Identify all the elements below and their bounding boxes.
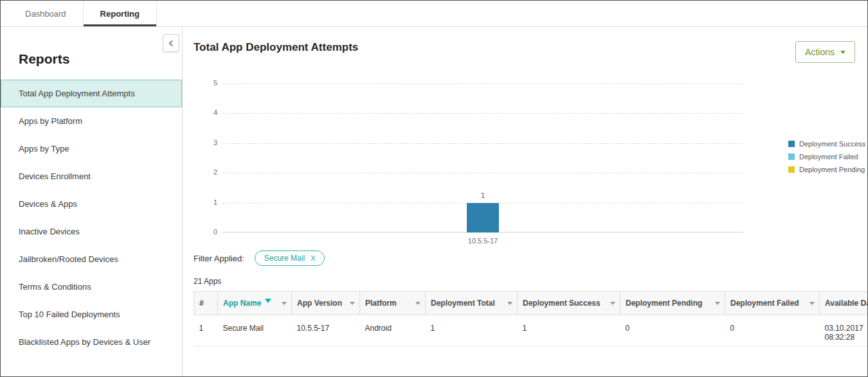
filter-applied-row: Filter Applied: Secure Mail X bbox=[194, 250, 867, 266]
bar-deployment-success bbox=[467, 203, 499, 232]
sidebar-collapse-button[interactable] bbox=[163, 34, 179, 52]
legend-label: Deployment Failed bbox=[799, 153, 858, 161]
sidebar-item-apps-by-type[interactable]: Apps by Type bbox=[1, 135, 182, 162]
chart-legend: Deployment Success Deployment Failed Dep… bbox=[788, 140, 865, 232]
apps-count-label: 21 Apps bbox=[194, 277, 867, 286]
chevron-down-icon[interactable] bbox=[415, 302, 420, 305]
cell-available-date: 03.10.2017 08:32:28 bbox=[820, 315, 868, 346]
bar-value-label: 1 bbox=[481, 191, 485, 199]
column-header-label: Deployment Total bbox=[431, 299, 495, 308]
cell-deployment-success: 1 bbox=[518, 315, 620, 346]
tab-dashboard[interactable]: Dashboard bbox=[8, 1, 83, 26]
legend-label: Deployment Success bbox=[799, 140, 865, 148]
table-row[interactable]: 1 Secure Mail 10.5.5-17 Android 1 1 0 0 … bbox=[194, 315, 868, 346]
legend-item-deployment-failed: Deployment Failed bbox=[788, 153, 865, 161]
column-header-deployment-failed[interactable]: Deployment Failed bbox=[725, 292, 820, 315]
y-tick-label: 5 bbox=[204, 79, 217, 87]
gridline bbox=[222, 143, 743, 144]
y-tick-label: 0 bbox=[204, 228, 217, 236]
column-header-platform[interactable]: Platform bbox=[360, 292, 426, 315]
sidebar-title: Reports bbox=[19, 51, 182, 67]
column-header-label: Available Date bbox=[825, 299, 867, 308]
chevron-down-icon[interactable] bbox=[610, 302, 615, 305]
column-header-label: Deployment Failed bbox=[730, 299, 799, 308]
cell-deployment-pending: 0 bbox=[620, 315, 725, 346]
legend-swatch-success bbox=[788, 141, 795, 147]
sidebar-item-terms-and-conditions[interactable]: Terms & Conditions bbox=[1, 273, 182, 301]
chevron-down-icon[interactable] bbox=[282, 302, 287, 305]
column-header-label: Deployment Pending bbox=[626, 299, 702, 308]
column-header-deployment-pending[interactable]: Deployment Pending bbox=[620, 292, 725, 315]
chevron-left-icon bbox=[169, 40, 176, 46]
x-category-label: 10.5.5-17 bbox=[468, 237, 498, 245]
chevron-down-icon[interactable] bbox=[350, 302, 355, 305]
column-header-label: # bbox=[199, 299, 204, 308]
top-tab-bar: Dashboard Reporting bbox=[1, 1, 867, 27]
chevron-down-icon bbox=[840, 51, 845, 54]
legend-swatch-failed bbox=[788, 153, 795, 160]
column-header-deployment-total[interactable]: Deployment Total bbox=[426, 292, 518, 315]
sidebar-item-devices-and-apps[interactable]: Devices & Apps bbox=[1, 190, 182, 218]
actions-button[interactable]: Actions bbox=[795, 41, 855, 63]
cell-app-name: Secure Mail bbox=[218, 315, 292, 346]
sidebar-item-jailbroken-rooted-devices[interactable]: Jailbroken/Rooted Devices bbox=[1, 245, 182, 273]
chart-plot-area: 5 4 3 2 1 0 1 10.5.5-17 bbox=[222, 83, 743, 232]
chevron-down-icon[interactable] bbox=[507, 302, 512, 305]
sidebar-item-inactive-devices[interactable]: Inactive Devices bbox=[1, 218, 182, 245]
table-header-row: # App Name App Version Platform bbox=[194, 292, 868, 315]
cell-app-version: 10.5.5-17 bbox=[292, 315, 360, 346]
legend-item-deployment-success: Deployment Success bbox=[788, 140, 865, 148]
tab-reporting[interactable]: Reporting bbox=[83, 1, 157, 26]
filter-chip-secure-mail[interactable]: Secure Mail X bbox=[255, 250, 325, 266]
cell-deployment-failed: 0 bbox=[725, 315, 820, 346]
legend-item-deployment-pending: Deployment Pending bbox=[788, 166, 865, 173]
deployment-bar-chart: 5 4 3 2 1 0 1 10.5.5-17 Deployment Succe… bbox=[194, 83, 867, 232]
sidebar-item-top-10-failed-deployments[interactable]: Top 10 Failed Deployments bbox=[1, 301, 182, 328]
sort-filter-icon bbox=[265, 299, 271, 303]
y-tick-label: 3 bbox=[204, 139, 217, 146]
legend-swatch-pending bbox=[788, 166, 795, 173]
sidebar-item-total-app-deployment-attempts[interactable]: Total App Deployment Attempts bbox=[1, 80, 182, 107]
cell-deployment-total: 1 bbox=[426, 315, 518, 346]
column-header-label: Platform bbox=[365, 299, 397, 308]
sidebar-item-blacklisted-apps[interactable]: Blacklisted Apps by Devices & User bbox=[1, 328, 182, 356]
filter-applied-label: Filter Applied: bbox=[194, 254, 244, 263]
sidebar-item-apps-by-platform[interactable]: Apps by Platform bbox=[1, 107, 182, 135]
legend-label: Deployment Pending bbox=[799, 166, 865, 173]
sidebar-item-devices-enrollment[interactable]: Devices Enrollment bbox=[1, 162, 182, 190]
filter-chip-remove-icon[interactable]: X bbox=[311, 254, 315, 262]
app-window: Dashboard Reporting Reports Total App De… bbox=[0, 0, 868, 377]
column-header-label: App Version bbox=[297, 299, 342, 308]
body: Reports Total App Deployment Attempts Ap… bbox=[1, 27, 867, 376]
y-tick-label: 1 bbox=[204, 198, 217, 206]
gridline bbox=[222, 113, 743, 114]
actions-button-label: Actions bbox=[805, 47, 835, 57]
tab-reporting-label: Reporting bbox=[100, 9, 140, 19]
page-title: Total App Deployment Attempts bbox=[194, 41, 867, 54]
cell-platform: Android bbox=[360, 315, 426, 346]
column-header-number[interactable]: # bbox=[194, 292, 218, 315]
column-header-app-name[interactable]: App Name bbox=[218, 292, 292, 315]
y-tick-label: 2 bbox=[204, 168, 217, 176]
column-header-label: App Name bbox=[223, 299, 261, 308]
apps-table: # App Name App Version Platform bbox=[194, 291, 867, 346]
chevron-down-icon[interactable] bbox=[715, 302, 720, 305]
tab-dashboard-label: Dashboard bbox=[25, 9, 66, 19]
cell-row-number: 1 bbox=[194, 315, 218, 346]
column-header-deployment-success[interactable]: Deployment Success bbox=[518, 292, 620, 315]
column-header-available-date[interactable]: Available Date bbox=[820, 292, 868, 315]
y-tick-label: 4 bbox=[204, 109, 217, 116]
column-header-label: Deployment Success bbox=[523, 299, 601, 308]
gridline bbox=[222, 173, 743, 173]
gridline bbox=[222, 83, 743, 84]
reports-sidebar: Reports Total App Deployment Attempts Ap… bbox=[1, 27, 183, 376]
chevron-down-icon[interactable] bbox=[809, 302, 815, 305]
column-header-app-version[interactable]: App Version bbox=[292, 292, 360, 315]
report-main-panel: Total App Deployment Attempts Actions 5 … bbox=[183, 27, 867, 376]
filter-chip-label: Secure Mail bbox=[264, 254, 305, 263]
